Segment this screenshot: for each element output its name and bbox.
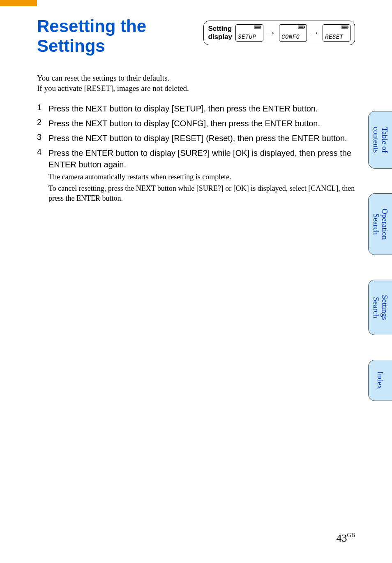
tab-label: Index <box>376 371 385 389</box>
tab-table-of-contents[interactable]: Table of contents <box>368 111 392 169</box>
step-text: Press the NEXT button to display [RESET]… <box>48 132 355 144</box>
intro-line: You can reset the settings to their defa… <box>37 73 355 83</box>
svg-rect-8 <box>342 27 347 28</box>
arrow-icon: → <box>267 28 276 37</box>
tab-label: Settings Search <box>371 295 390 320</box>
step-note: To cancel resetting, press the NEXT butt… <box>48 183 355 204</box>
step-text: Press the ENTER button to display [SURE?… <box>48 147 355 170</box>
tab-index[interactable]: Index <box>368 360 392 401</box>
svg-rect-7 <box>348 27 348 28</box>
lcd-setup: SETUP <box>235 24 263 42</box>
svg-rect-4 <box>304 27 305 28</box>
setting-display-box: Setting display SETUP → CONFG → RESET <box>203 21 355 45</box>
lcd-text: CONFG <box>281 34 300 40</box>
lcd-confg: CONFG <box>279 24 307 42</box>
tab-settings-search[interactable]: Settings Search <box>368 280 392 335</box>
page-title: Resetting the Settings <box>37 16 191 56</box>
arrow-icon: → <box>310 28 319 37</box>
step-item: Press the ENTER button to display [SURE?… <box>37 147 355 204</box>
tab-label: Table of contents <box>371 127 390 153</box>
lcd-text: RESET <box>324 34 344 40</box>
step-item: Press the NEXT button to display [CONFG]… <box>37 118 355 129</box>
tab-label: Operation Search <box>371 209 390 240</box>
header-accent-bar <box>0 0 37 6</box>
lcd-text: SETUP <box>237 34 256 40</box>
battery-icon <box>341 25 349 29</box>
page-number-value: 43 <box>337 532 347 544</box>
intro-line: If you activate [RESET], images are not … <box>37 83 355 94</box>
battery-icon <box>254 25 262 29</box>
setting-display-label: Setting display <box>208 25 232 41</box>
svg-rect-2 <box>255 27 260 28</box>
lcd-reset: RESET <box>323 24 350 42</box>
side-tabs: Table of contents Operation Search Setti… <box>368 111 392 401</box>
steps-list: Press the NEXT button to display [SETUP]… <box>37 103 355 204</box>
intro-text: You can reset the settings to their defa… <box>37 73 355 94</box>
battery-icon <box>298 25 305 29</box>
step-note: The camera automatically restarts when r… <box>48 172 355 182</box>
step-text: Press the NEXT button to display [SETUP]… <box>48 103 355 114</box>
page: Resetting the Settings Setting display S… <box>0 0 392 563</box>
header-area: Resetting the Settings Setting display S… <box>37 16 355 56</box>
step-item: Press the NEXT button to display [SETUP]… <box>37 103 355 114</box>
step-item: Press the NEXT button to display [RESET]… <box>37 132 355 144</box>
svg-rect-5 <box>299 27 304 28</box>
step-text: Press the NEXT button to display [CONFG]… <box>48 118 355 129</box>
page-number: 43GB <box>337 532 355 544</box>
svg-rect-1 <box>261 27 261 28</box>
tab-operation-search[interactable]: Operation Search <box>368 193 392 255</box>
page-number-suffix: GB <box>347 532 355 538</box>
